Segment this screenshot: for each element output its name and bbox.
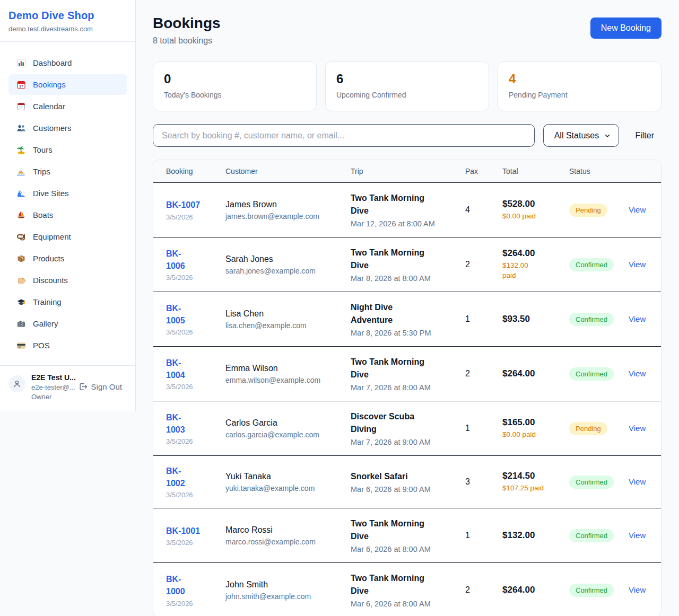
customer-email: john.smith@example.com <box>225 592 344 601</box>
sidebar-item-label: POS <box>33 341 50 350</box>
sidebar-item-training[interactable]: Training <box>8 292 127 312</box>
column-header-total: Total <box>502 167 569 175</box>
total-cell: $93.50 <box>502 314 569 324</box>
table-body: BK-1007 3/5/2026 James Brown james.brown… <box>153 183 661 616</box>
sidebar-item-tours[interactable]: Tours <box>8 139 127 160</box>
sidebar-item-calendar[interactable]: Calendar <box>8 96 127 117</box>
shop-logo-block: Demo Dive Shop demo.test.divestreams.com <box>0 0 135 42</box>
pax-count: 1 <box>465 531 502 540</box>
actions-cell: View <box>629 585 648 595</box>
status-cell: Confirmed <box>569 529 629 542</box>
view-link[interactable]: View <box>629 531 646 540</box>
sidebar-item-bookings[interactable]: 17Bookings <box>8 74 127 95</box>
user-meta: E2E Test U... e2e-tester@... Sign Out Ow… <box>31 373 127 401</box>
total-amount: $132.00 <box>502 530 563 541</box>
sidebar-item-label: Dive Sites <box>33 189 69 198</box>
view-link[interactable]: View <box>629 585 646 594</box>
sign-out-button[interactable]: Sign Out <box>79 382 122 391</box>
status-cell: Pending <box>569 204 629 217</box>
booking-id-link[interactable]: BK-1001 <box>166 525 200 537</box>
booking-id-link[interactable]: BK-1004 <box>166 357 185 381</box>
sidebar-item-dashboard[interactable]: Dashboard <box>8 52 127 73</box>
sidebar-item-dive-sites[interactable]: Dive Sites <box>8 183 127 204</box>
table-header-row: BookingCustomerTripPaxTotalStatus <box>153 160 661 183</box>
total-amount: $528.00 <box>502 199 563 209</box>
customer-cell: John Smith john.smith@example.com <box>225 580 351 601</box>
view-link[interactable]: View <box>629 205 646 214</box>
customer-email: sarah.jones@example.com <box>225 267 344 275</box>
booking-id-link[interactable]: BK-1002 <box>166 465 185 489</box>
user-role: Owner <box>31 393 127 401</box>
total-cell: $528.00 $0.00 paid <box>502 199 569 222</box>
status-filter-select[interactable]: All Statuses <box>543 124 619 147</box>
sidebar-item-discounts[interactable]: Discounts <box>8 270 127 291</box>
booking-id-link[interactable]: BK-1000 <box>166 573 185 597</box>
tearoff-calendar-icon <box>16 101 26 111</box>
user-name: E2E Test U... <box>31 373 127 382</box>
trip-name: Snorkel Safari <box>351 470 433 483</box>
page-header: Bookings 8 total bookings New Booking <box>153 15 661 46</box>
sidebar-item-customers[interactable]: Customers <box>8 118 127 138</box>
paid-amount: $132.00paid <box>502 261 563 281</box>
search-input[interactable] <box>153 124 535 147</box>
trip-datetime: Mar 7, 2026 at 8:00 AM <box>351 383 459 392</box>
booking-date: 3/5/2026 <box>166 274 219 281</box>
customer-name: James Brown <box>225 200 344 209</box>
sidebar-item-gallery[interactable]: Gallery <box>8 313 127 334</box>
filter-button[interactable]: Filter <box>628 127 661 145</box>
stat-label: Today's Bookings <box>164 91 306 99</box>
app-root: Demo Dive Shop demo.test.divestreams.com… <box>0 0 679 616</box>
people-icon <box>16 123 26 133</box>
customer-name: Marco Rossi <box>225 525 344 535</box>
island-icon <box>16 145 26 155</box>
view-link[interactable]: View <box>629 424 646 433</box>
view-link[interactable]: View <box>629 314 646 323</box>
new-booking-button[interactable]: New Booking <box>590 17 661 39</box>
booking-id-link[interactable]: BK-1007 <box>166 199 200 211</box>
column-header-trip: Trip <box>351 167 465 175</box>
sidebar-item-products[interactable]: Products <box>8 248 127 269</box>
trip-cell: Two Tank Morning Dive Mar 6, 2026 at 8:0… <box>351 517 465 553</box>
booking-id-link[interactable]: BK-1005 <box>166 302 185 327</box>
sidebar-item-pos[interactable]: POS <box>8 335 127 356</box>
user-icon <box>13 380 21 388</box>
booking-id-link[interactable]: BK-1006 <box>166 248 185 272</box>
customer-email: yuki.tanaka@example.com <box>225 484 344 492</box>
trip-cell: Two Tank Morning Dive Mar 8, 2026 at 8:0… <box>351 247 465 283</box>
sidebar: Demo Dive Shop demo.test.divestreams.com… <box>0 0 136 411</box>
status-badge: Confirmed <box>569 313 614 326</box>
sidebar-item-equipment[interactable]: Equipment <box>8 226 127 247</box>
status-cell: Pending <box>569 422 629 435</box>
shop-domain: demo.test.divestreams.com <box>8 25 127 33</box>
sidebar-item-label: Gallery <box>33 319 58 328</box>
actions-cell: View <box>629 477 648 487</box>
user-email: e2e-tester@... <box>31 383 75 391</box>
pax-count: 2 <box>465 585 502 595</box>
customer-cell: Sarah Jones sarah.jones@example.com <box>225 254 351 275</box>
actions-cell: View <box>629 314 648 324</box>
trip-datetime: Mar 6, 2026 at 8:00 AM <box>351 600 459 608</box>
table-row: BK-1001 3/5/2026 Marco Rossi marco.rossi… <box>153 508 661 562</box>
total-cell: $214.50 $107.25 paid <box>502 471 569 494</box>
view-link[interactable]: View <box>629 260 646 269</box>
stats-row: 0Today's Bookings6Upcoming Confirmed4Pen… <box>153 61 661 111</box>
status-cell: Confirmed <box>569 584 629 597</box>
graduation-cap-icon <box>16 297 26 307</box>
view-link[interactable]: View <box>629 369 646 378</box>
svg-text:17: 17 <box>19 84 23 88</box>
sidebar-item-label: Bookings <box>33 80 66 89</box>
sidebar-item-trips[interactable]: Trips <box>8 161 127 182</box>
stat-value: 6 <box>336 72 478 86</box>
credit-card-icon <box>16 340 26 350</box>
tag-icon <box>16 275 26 285</box>
booking-id-link[interactable]: BK-1003 <box>166 411 185 436</box>
customer-cell: Carlos Garcia carlos.garcia@example.com <box>225 418 351 439</box>
customer-name: Carlos Garcia <box>225 418 344 428</box>
sidebar-item-boats[interactable]: Boats <box>8 205 127 225</box>
speedboat-icon <box>16 166 26 177</box>
table-row: BK-1007 3/5/2026 James Brown james.brown… <box>153 183 661 237</box>
actions-cell: View <box>629 424 648 433</box>
view-link[interactable]: View <box>629 477 646 486</box>
pax-count: 2 <box>465 369 502 379</box>
calendar-icon: 17 <box>16 80 26 90</box>
